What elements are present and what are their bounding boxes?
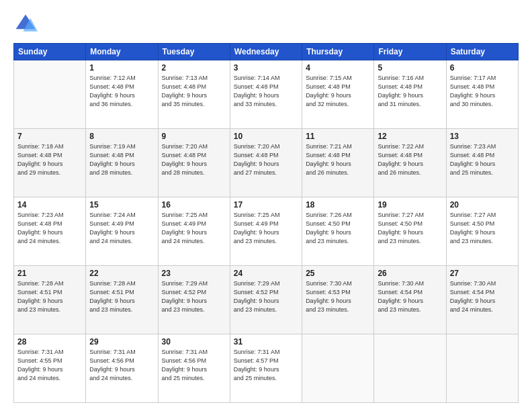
day-number: 18 [306, 200, 370, 210]
day-number: 30 [162, 337, 226, 347]
day-number: 16 [162, 200, 226, 210]
calendar-cell: 9Sunrise: 7:20 AM Sunset: 4:48 PM Daylig… [158, 129, 230, 197]
calendar-week-row: 14Sunrise: 7:23 AM Sunset: 4:48 PM Dayli… [14, 197, 519, 266]
calendar-week-row: 21Sunrise: 7:28 AM Sunset: 4:51 PM Dayli… [14, 266, 519, 334]
day-info: Sunrise: 7:31 AM Sunset: 4:57 PM Dayligh… [234, 348, 298, 383]
day-number: 15 [89, 200, 154, 210]
day-number: 27 [450, 269, 515, 278]
weekday-header-wednesday: Wednesday [230, 44, 302, 60]
day-info: Sunrise: 7:30 AM Sunset: 4:54 PM Dayligh… [378, 279, 442, 314]
day-number: 29 [89, 337, 154, 347]
day-info: Sunrise: 7:23 AM Sunset: 4:48 PM Dayligh… [450, 142, 515, 177]
calendar-table: SundayMondayTuesdayWednesdayThursdayFrid… [13, 43, 519, 403]
calendar-cell: 3Sunrise: 7:14 AM Sunset: 4:48 PM Daylig… [230, 60, 302, 129]
calendar-cell: 23Sunrise: 7:29 AM Sunset: 4:52 PM Dayli… [158, 266, 230, 334]
day-info: Sunrise: 7:24 AM Sunset: 4:49 PM Dayligh… [89, 211, 154, 246]
calendar-cell: 10Sunrise: 7:20 AM Sunset: 4:48 PM Dayli… [230, 129, 302, 197]
day-info: Sunrise: 7:21 AM Sunset: 4:48 PM Dayligh… [306, 142, 370, 177]
day-info: Sunrise: 7:13 AM Sunset: 4:48 PM Dayligh… [162, 74, 226, 109]
calendar-cell [302, 334, 374, 403]
page: SundayMondayTuesdayWednesdayThursdayFrid… [0, 0, 532, 411]
logo [13, 12, 42, 36]
day-number: 28 [17, 337, 82, 347]
calendar-cell: 21Sunrise: 7:28 AM Sunset: 4:51 PM Dayli… [14, 266, 86, 334]
day-info: Sunrise: 7:17 AM Sunset: 4:48 PM Dayligh… [450, 74, 515, 109]
day-number: 3 [234, 63, 298, 73]
day-info: Sunrise: 7:30 AM Sunset: 4:53 PM Dayligh… [306, 279, 370, 314]
calendar-cell: 20Sunrise: 7:27 AM Sunset: 4:50 PM Dayli… [446, 197, 518, 266]
day-info: Sunrise: 7:19 AM Sunset: 4:48 PM Dayligh… [89, 142, 154, 177]
day-info: Sunrise: 7:27 AM Sunset: 4:50 PM Dayligh… [378, 211, 442, 246]
day-info: Sunrise: 7:27 AM Sunset: 4:50 PM Dayligh… [450, 211, 515, 246]
day-number: 25 [306, 269, 370, 278]
calendar-cell [14, 60, 86, 129]
calendar-cell: 5Sunrise: 7:16 AM Sunset: 4:48 PM Daylig… [374, 60, 446, 129]
day-info: Sunrise: 7:29 AM Sunset: 4:52 PM Dayligh… [162, 279, 226, 314]
day-number: 1 [89, 63, 154, 73]
weekday-header-row: SundayMondayTuesdayWednesdayThursdayFrid… [14, 44, 519, 60]
weekday-header-saturday: Saturday [446, 44, 518, 60]
day-number: 26 [378, 269, 442, 278]
weekday-header-tuesday: Tuesday [158, 44, 230, 60]
day-info: Sunrise: 7:16 AM Sunset: 4:48 PM Dayligh… [378, 74, 442, 109]
calendar-cell: 27Sunrise: 7:30 AM Sunset: 4:54 PM Dayli… [446, 266, 518, 334]
day-number: 10 [234, 132, 298, 141]
calendar-week-row: 1Sunrise: 7:12 AM Sunset: 4:48 PM Daylig… [14, 60, 519, 129]
calendar-cell: 31Sunrise: 7:31 AM Sunset: 4:57 PM Dayli… [230, 334, 302, 403]
day-number: 9 [162, 132, 226, 141]
calendar-cell [374, 334, 446, 403]
day-number: 8 [89, 132, 154, 141]
day-number: 13 [450, 132, 515, 141]
calendar-cell: 17Sunrise: 7:25 AM Sunset: 4:49 PM Dayli… [230, 197, 302, 266]
calendar-cell: 12Sunrise: 7:22 AM Sunset: 4:48 PM Dayli… [374, 129, 446, 197]
calendar-cell: 16Sunrise: 7:25 AM Sunset: 4:49 PM Dayli… [158, 197, 230, 266]
day-info: Sunrise: 7:23 AM Sunset: 4:48 PM Dayligh… [17, 211, 82, 246]
calendar-cell: 1Sunrise: 7:12 AM Sunset: 4:48 PM Daylig… [86, 60, 158, 129]
day-info: Sunrise: 7:20 AM Sunset: 4:48 PM Dayligh… [234, 142, 298, 177]
calendar-cell: 24Sunrise: 7:29 AM Sunset: 4:52 PM Dayli… [230, 266, 302, 334]
day-number: 31 [234, 337, 298, 347]
calendar-cell: 25Sunrise: 7:30 AM Sunset: 4:53 PM Dayli… [302, 266, 374, 334]
calendar-cell: 2Sunrise: 7:13 AM Sunset: 4:48 PM Daylig… [158, 60, 230, 129]
calendar-cell: 7Sunrise: 7:18 AM Sunset: 4:48 PM Daylig… [14, 129, 86, 197]
weekday-header-friday: Friday [374, 44, 446, 60]
weekday-header-sunday: Sunday [14, 44, 86, 60]
calendar-cell: 29Sunrise: 7:31 AM Sunset: 4:56 PM Dayli… [86, 334, 158, 403]
calendar-cell: 8Sunrise: 7:19 AM Sunset: 4:48 PM Daylig… [86, 129, 158, 197]
day-info: Sunrise: 7:30 AM Sunset: 4:54 PM Dayligh… [450, 279, 515, 314]
calendar-cell: 30Sunrise: 7:31 AM Sunset: 4:56 PM Dayli… [158, 334, 230, 403]
day-info: Sunrise: 7:15 AM Sunset: 4:48 PM Dayligh… [306, 74, 370, 109]
day-number: 22 [89, 269, 154, 278]
day-number: 6 [450, 63, 515, 73]
calendar-cell: 15Sunrise: 7:24 AM Sunset: 4:49 PM Dayli… [86, 197, 158, 266]
day-info: Sunrise: 7:31 AM Sunset: 4:55 PM Dayligh… [17, 348, 82, 383]
calendar-cell [446, 334, 518, 403]
day-number: 11 [306, 132, 370, 141]
calendar-week-row: 7Sunrise: 7:18 AM Sunset: 4:48 PM Daylig… [14, 129, 519, 197]
day-number: 21 [17, 269, 82, 278]
day-number: 7 [17, 132, 82, 141]
calendar-cell: 22Sunrise: 7:28 AM Sunset: 4:51 PM Dayli… [86, 266, 158, 334]
weekday-header-monday: Monday [86, 44, 158, 60]
day-number: 14 [17, 200, 82, 210]
calendar-cell: 26Sunrise: 7:30 AM Sunset: 4:54 PM Dayli… [374, 266, 446, 334]
day-info: Sunrise: 7:25 AM Sunset: 4:49 PM Dayligh… [234, 211, 298, 246]
calendar-cell: 6Sunrise: 7:17 AM Sunset: 4:48 PM Daylig… [446, 60, 518, 129]
calendar-cell: 18Sunrise: 7:26 AM Sunset: 4:50 PM Dayli… [302, 197, 374, 266]
day-number: 20 [450, 200, 515, 210]
day-number: 5 [378, 63, 442, 73]
day-info: Sunrise: 7:31 AM Sunset: 4:56 PM Dayligh… [162, 348, 226, 383]
day-number: 19 [378, 200, 442, 210]
calendar-cell: 13Sunrise: 7:23 AM Sunset: 4:48 PM Dayli… [446, 129, 518, 197]
day-info: Sunrise: 7:28 AM Sunset: 4:51 PM Dayligh… [89, 279, 154, 314]
calendar-cell: 11Sunrise: 7:21 AM Sunset: 4:48 PM Dayli… [302, 129, 374, 197]
day-info: Sunrise: 7:31 AM Sunset: 4:56 PM Dayligh… [89, 348, 154, 383]
day-info: Sunrise: 7:28 AM Sunset: 4:51 PM Dayligh… [17, 279, 82, 314]
calendar-cell: 4Sunrise: 7:15 AM Sunset: 4:48 PM Daylig… [302, 60, 374, 129]
day-number: 23 [162, 269, 226, 278]
day-number: 24 [234, 269, 298, 278]
day-info: Sunrise: 7:20 AM Sunset: 4:48 PM Dayligh… [162, 142, 226, 177]
day-number: 17 [234, 200, 298, 210]
day-info: Sunrise: 7:14 AM Sunset: 4:48 PM Dayligh… [234, 74, 298, 109]
day-info: Sunrise: 7:12 AM Sunset: 4:48 PM Dayligh… [89, 74, 154, 109]
